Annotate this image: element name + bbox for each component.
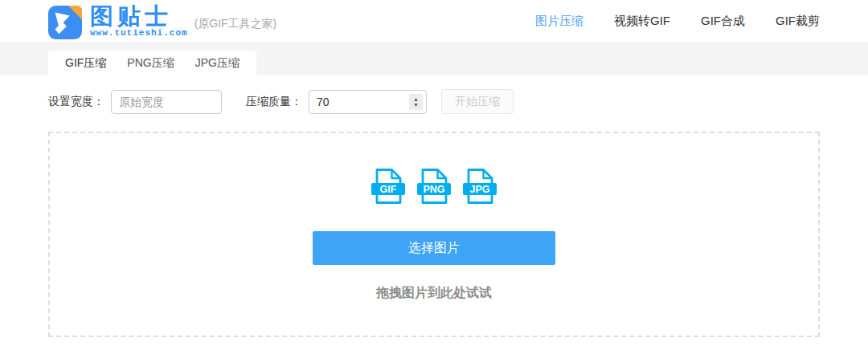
- svg-text:JPG: JPG: [469, 184, 489, 195]
- logo-subtitle: (原GIF工具之家): [194, 17, 277, 31]
- logo-text: 图贴士 www.tutieshi.com: [90, 4, 188, 38]
- compress-settings-form: 设置宽度： 压缩质量： ▲ ▼ 开始压缩: [48, 89, 820, 114]
- quality-stepper[interactable]: ▲ ▼: [409, 94, 423, 110]
- tab-strip: GIF压缩 PNG压缩 JPG压缩: [0, 43, 868, 75]
- select-image-button[interactable]: 选择图片: [313, 231, 555, 265]
- quality-label: 压缩质量：: [246, 95, 302, 109]
- nav-item-video-to-gif[interactable]: 视频转GIF: [614, 14, 670, 29]
- site-logo[interactable]: 图贴士 www.tutieshi.com (原GIF工具之家): [48, 4, 276, 39]
- site-header: 图贴士 www.tutieshi.com (原GIF工具之家) 图片压缩 视频转…: [0, 0, 868, 43]
- nav-item-gif-merge[interactable]: GIF合成: [701, 14, 745, 29]
- png-file-icon: PNG: [416, 168, 452, 205]
- gif-file-icon: GIF: [371, 168, 406, 205]
- svg-text:PNG: PNG: [423, 184, 444, 195]
- stepper-down-icon[interactable]: ▼: [413, 102, 419, 108]
- width-input[interactable]: [111, 90, 222, 114]
- logo-domain: www.tutieshi.com: [90, 28, 188, 38]
- nav-item-gif-crop[interactable]: GIF裁剪: [776, 14, 820, 29]
- file-type-icons: GIF PNG JPG: [371, 168, 497, 205]
- tutieshi-logo-icon: [48, 6, 82, 39]
- drag-hint-text: 拖拽图片到此处试试: [376, 285, 492, 302]
- jpg-file-icon: JPG: [462, 168, 497, 205]
- main-nav: 图片压缩 视频转GIF GIF合成 GIF裁剪: [535, 14, 820, 29]
- tab-jpg-compress[interactable]: JPG压缩: [185, 51, 250, 75]
- start-compress-button[interactable]: 开始压缩: [441, 89, 514, 114]
- svg-text:GIF: GIF: [380, 184, 397, 195]
- stepper-up-icon[interactable]: ▲: [413, 96, 419, 102]
- logo-wordmark: 图贴士: [90, 4, 188, 28]
- tab-png-compress[interactable]: PNG压缩: [117, 51, 184, 75]
- tab-gif-compress[interactable]: GIF压缩: [55, 51, 117, 75]
- nav-item-image-compress[interactable]: 图片压缩: [535, 14, 583, 29]
- width-label: 设置宽度：: [48, 95, 104, 109]
- quality-input-wrap: ▲ ▼: [309, 90, 427, 114]
- tab-list: GIF压缩 PNG压缩 JPG压缩: [48, 51, 256, 75]
- image-dropzone[interactable]: GIF PNG JPG 选择图片 拖拽图片到此处试试: [48, 132, 820, 337]
